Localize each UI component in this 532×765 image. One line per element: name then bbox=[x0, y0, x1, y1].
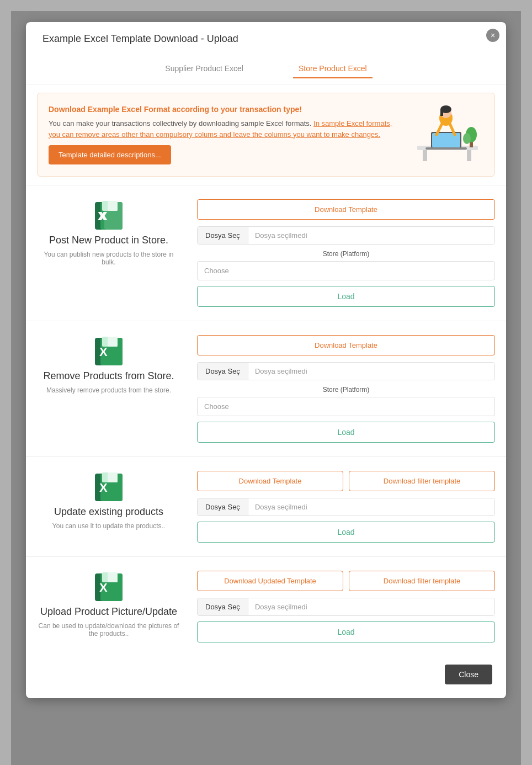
file-input-update: Dosya Seç Dosya seçilmedi bbox=[197, 498, 495, 516]
modal-header: Example Excel Template Download - Upload… bbox=[26, 22, 506, 84]
svg-rect-20 bbox=[108, 201, 118, 211]
svg-rect-30 bbox=[108, 472, 118, 482]
download-filter-template-update-button[interactable]: Download filter template bbox=[349, 471, 495, 491]
store-label-post-new: Store (Platform) bbox=[197, 250, 495, 258]
section-update-existing: X Update existing products You can use i… bbox=[26, 456, 506, 556]
info-title: Download Example Excel Format according … bbox=[49, 105, 401, 114]
section-right-remove: Download Template Dosya Seç Dosya seçilm… bbox=[197, 335, 495, 443]
section-desc-remove: Massively remove products from the store… bbox=[37, 386, 180, 394]
store-select-remove[interactable]: Choose bbox=[197, 397, 495, 416]
store-select-post-new[interactable]: Choose bbox=[197, 261, 495, 280]
load-update-button[interactable]: Load bbox=[197, 522, 495, 543]
svg-rect-25 bbox=[108, 337, 118, 347]
section-desc-picture: Can be used to update/download the pictu… bbox=[37, 622, 180, 638]
tab-supplier[interactable]: Supplier Product Excel bbox=[159, 60, 249, 78]
file-input-post-new: Dosya Seç Dosya seçilmedi bbox=[197, 226, 495, 245]
info-banner: Download Example Excel Format according … bbox=[37, 93, 495, 177]
svg-rect-35 bbox=[108, 572, 118, 582]
load-remove-button[interactable]: Load bbox=[197, 422, 495, 443]
modal: × Example Excel Template Download - Uplo… bbox=[26, 22, 506, 698]
section-left-remove: X Remove Products from Store. Massively … bbox=[37, 335, 180, 394]
svg-text:X: X bbox=[99, 345, 108, 359]
file-input-picture: Dosya Seç Dosya seçilmedi bbox=[197, 598, 495, 616]
section-title-remove: Remove Products from Store. bbox=[37, 370, 180, 382]
btn-row-update: Download Template Download filter templa… bbox=[197, 471, 495, 491]
modal-close-x-button[interactable]: × bbox=[486, 29, 499, 42]
svg-text:X: X bbox=[99, 581, 108, 594]
svg-rect-12 bbox=[440, 109, 443, 116]
section-left-post-new: X X Post New Product in Store. You can p… bbox=[37, 199, 180, 266]
file-choose-picture-button[interactable]: Dosya Seç bbox=[198, 598, 248, 615]
modal-overlay: × Example Excel Template Download - Uplo… bbox=[11, 11, 521, 765]
file-name-post-new: Dosya seçilmedi bbox=[248, 227, 494, 244]
template-descriptions-button[interactable]: Template detailed descriptions... bbox=[49, 145, 171, 164]
svg-rect-2 bbox=[467, 150, 471, 161]
section-title-post-new: Post New Product in Store. bbox=[37, 235, 180, 246]
modal-title: Example Excel Template Download - Upload bbox=[42, 33, 490, 45]
info-desc: You can make your transactions collectiv… bbox=[49, 118, 401, 140]
person-illustration bbox=[412, 104, 483, 165]
svg-rect-5 bbox=[425, 147, 467, 150]
file-choose-update-button[interactable]: Dosya Seç bbox=[198, 498, 248, 516]
download-template-remove-button[interactable]: Download Template bbox=[197, 335, 495, 355]
info-desc-plain: You can make your transactions collectiv… bbox=[49, 119, 313, 128]
section-right-post-new: Download Template Dosya Seç Dosya seçilm… bbox=[197, 199, 495, 307]
section-desc-update: You can use it to update the products.. bbox=[37, 522, 180, 530]
excel-icon-post-new: X X bbox=[92, 199, 125, 232]
download-template-post-new-button[interactable]: Download Template bbox=[197, 199, 495, 220]
section-desc-post-new: You can publish new products to the stor… bbox=[37, 251, 180, 266]
section-right-update: Download Template Download filter templa… bbox=[197, 471, 495, 543]
btn-row-remove: Download Template bbox=[197, 335, 495, 355]
section-remove-products: X Remove Products from Store. Massively … bbox=[26, 321, 506, 456]
section-title-picture: Upload Product Picture/Update bbox=[37, 606, 180, 618]
section-title-update: Update existing products bbox=[37, 506, 180, 518]
section-post-new: X X Post New Product in Store. You can p… bbox=[26, 185, 506, 321]
load-post-new-button[interactable]: Load bbox=[197, 286, 495, 307]
svg-text:X: X bbox=[99, 209, 108, 223]
section-left-picture: X Upload Product Picture/Update Can be u… bbox=[37, 571, 180, 638]
file-name-update: Dosya seçilmedi bbox=[248, 498, 494, 516]
section-right-picture: Download Updated Template Download filte… bbox=[197, 571, 495, 642]
download-filter-template-picture-button[interactable]: Download filter template bbox=[349, 571, 495, 591]
tabs-container: Supplier Product Excel Store Product Exc… bbox=[42, 53, 490, 78]
tab-store[interactable]: Store Product Excel bbox=[293, 60, 373, 78]
excel-icon-update: X bbox=[92, 471, 125, 504]
info-text-block: Download Example Excel Format according … bbox=[49, 105, 401, 164]
file-name-remove: Dosya seçilmedi bbox=[248, 363, 494, 380]
btn-row-post-new: Download Template bbox=[197, 199, 495, 220]
modal-footer: Close bbox=[26, 656, 506, 687]
download-updated-template-picture-button[interactable]: Download Updated Template bbox=[197, 571, 343, 591]
load-picture-button[interactable]: Load bbox=[197, 621, 495, 642]
section-left-update: X Update existing products You can use i… bbox=[37, 471, 180, 530]
file-choose-remove-button[interactable]: Dosya Seç bbox=[198, 363, 248, 380]
excel-icon-remove: X bbox=[92, 335, 125, 368]
close-bottom-button[interactable]: Close bbox=[445, 665, 492, 684]
file-choose-post-new-button[interactable]: Dosya Seç bbox=[198, 227, 248, 244]
svg-point-8 bbox=[463, 133, 471, 144]
store-label-remove: Store (Platform) bbox=[197, 386, 495, 394]
btn-row-picture: Download Updated Template Download filte… bbox=[197, 571, 495, 591]
download-template-update-button[interactable]: Download Template bbox=[197, 471, 343, 491]
svg-rect-1 bbox=[423, 150, 427, 161]
section-upload-picture: X Upload Product Picture/Update Can be u… bbox=[26, 556, 506, 656]
svg-text:X: X bbox=[99, 481, 108, 495]
excel-icon-picture: X bbox=[92, 571, 125, 604]
file-name-picture: Dosya seçilmedi bbox=[248, 598, 494, 615]
file-input-remove: Dosya Seç Dosya seçilmedi bbox=[197, 362, 495, 380]
